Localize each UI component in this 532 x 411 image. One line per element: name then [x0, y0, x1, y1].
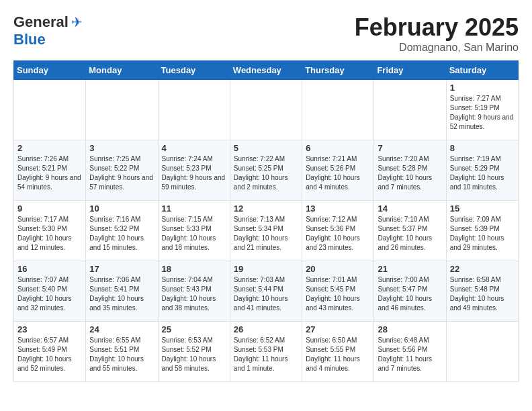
- day-info: Sunrise: 7:19 AMSunset: 5:29 PMDaylight:…: [450, 154, 515, 192]
- day-info: Sunrise: 7:20 AMSunset: 5:28 PMDaylight:…: [378, 154, 442, 192]
- calendar-cell: 18Sunrise: 7:04 AMSunset: 5:43 PMDayligh…: [158, 261, 230, 322]
- calendar-cell: 28Sunrise: 6:48 AMSunset: 5:56 PMDayligh…: [374, 322, 446, 382]
- calendar-cell: 11Sunrise: 7:15 AMSunset: 5:33 PMDayligh…: [158, 201, 230, 261]
- calendar-week-row: 1Sunrise: 7:27 AMSunset: 5:19 PMDaylight…: [14, 80, 519, 140]
- calendar-cell: [302, 80, 374, 140]
- day-info: Sunrise: 7:26 AMSunset: 5:21 PMDaylight:…: [17, 154, 82, 192]
- calendar-week-row: 23Sunrise: 6:57 AMSunset: 5:49 PMDayligh…: [14, 322, 519, 382]
- day-number: 22: [450, 264, 515, 274]
- day-number: 4: [162, 143, 226, 153]
- day-info: Sunrise: 7:27 AMSunset: 5:19 PMDaylight:…: [450, 94, 515, 132]
- day-info: Sunrise: 7:01 AMSunset: 5:45 PMDaylight:…: [306, 275, 370, 313]
- day-info: Sunrise: 7:06 AMSunset: 5:41 PMDaylight:…: [89, 275, 154, 313]
- day-number: 10: [89, 203, 154, 214]
- day-number: 21: [378, 264, 442, 274]
- calendar-cell: [86, 80, 158, 140]
- calendar-cell: 14Sunrise: 7:10 AMSunset: 5:37 PMDayligh…: [374, 201, 446, 261]
- calendar-cell: 24Sunrise: 6:55 AMSunset: 5:51 PMDayligh…: [86, 322, 158, 382]
- calendar-cell: 20Sunrise: 7:01 AMSunset: 5:45 PMDayligh…: [302, 261, 374, 322]
- calendar-week-row: 2Sunrise: 7:26 AMSunset: 5:21 PMDaylight…: [14, 140, 519, 201]
- calendar-cell: 17Sunrise: 7:06 AMSunset: 5:41 PMDayligh…: [86, 261, 158, 322]
- day-number: 12: [234, 203, 298, 214]
- column-header-friday: Friday: [374, 61, 446, 80]
- day-info: Sunrise: 7:25 AMSunset: 5:22 PMDaylight:…: [89, 154, 154, 192]
- day-info: Sunrise: 7:04 AMSunset: 5:43 PMDaylight:…: [162, 275, 226, 313]
- column-header-wednesday: Wednesday: [230, 61, 302, 80]
- day-number: 16: [17, 264, 82, 274]
- logo: General ✈ Blue: [13, 13, 83, 48]
- calendar-cell: 5Sunrise: 7:22 AMSunset: 5:25 PMDaylight…: [230, 140, 302, 201]
- calendar-header-row: SundayMondayTuesdayWednesdayThursdayFrid…: [14, 61, 519, 80]
- calendar-cell: 12Sunrise: 7:13 AMSunset: 5:34 PMDayligh…: [230, 201, 302, 261]
- column-header-sunday: Sunday: [14, 61, 86, 80]
- calendar-cell: [446, 322, 518, 382]
- day-info: Sunrise: 6:57 AMSunset: 5:49 PMDaylight:…: [17, 336, 82, 373]
- day-info: Sunrise: 7:10 AMSunset: 5:37 PMDaylight:…: [378, 215, 442, 253]
- calendar-week-row: 9Sunrise: 7:17 AMSunset: 5:30 PMDaylight…: [14, 201, 519, 261]
- day-number: 2: [17, 143, 82, 153]
- day-number: 1: [450, 83, 515, 93]
- calendar-cell: 22Sunrise: 6:58 AMSunset: 5:48 PMDayligh…: [446, 261, 518, 322]
- day-info: Sunrise: 6:48 AMSunset: 5:56 PMDaylight:…: [378, 336, 442, 373]
- logo-general-text: General: [13, 13, 69, 30]
- day-number: 27: [306, 324, 370, 334]
- calendar-cell: 9Sunrise: 7:17 AMSunset: 5:30 PMDaylight…: [14, 201, 86, 261]
- calendar-table: SundayMondayTuesdayWednesdayThursdayFrid…: [13, 60, 519, 382]
- calendar-cell: [374, 80, 446, 140]
- day-number: 5: [234, 143, 298, 153]
- calendar-cell: [230, 80, 302, 140]
- day-info: Sunrise: 6:58 AMSunset: 5:48 PMDaylight:…: [450, 275, 515, 313]
- day-info: Sunrise: 6:53 AMSunset: 5:52 PMDaylight:…: [162, 336, 226, 373]
- day-number: 9: [17, 203, 82, 214]
- calendar-cell: 19Sunrise: 7:03 AMSunset: 5:44 PMDayligh…: [230, 261, 302, 322]
- month-title: February 2025: [355, 13, 519, 42]
- day-number: 7: [378, 143, 442, 153]
- column-header-tuesday: Tuesday: [158, 61, 230, 80]
- calendar-week-row: 16Sunrise: 7:07 AMSunset: 5:40 PMDayligh…: [14, 261, 519, 322]
- calendar-cell: 2Sunrise: 7:26 AMSunset: 5:21 PMDaylight…: [14, 140, 86, 201]
- column-header-saturday: Saturday: [446, 61, 518, 80]
- calendar-cell: 4Sunrise: 7:24 AMSunset: 5:23 PMDaylight…: [158, 140, 230, 201]
- logo-bird-icon: ✈: [71, 15, 83, 30]
- day-number: 20: [306, 264, 370, 274]
- day-number: 15: [450, 203, 515, 214]
- day-number: 17: [89, 264, 154, 274]
- day-info: Sunrise: 7:15 AMSunset: 5:33 PMDaylight:…: [162, 215, 226, 253]
- day-number: 11: [162, 203, 226, 214]
- calendar-cell: 26Sunrise: 6:52 AMSunset: 5:53 PMDayligh…: [230, 322, 302, 382]
- day-number: 28: [378, 324, 442, 334]
- day-number: 19: [234, 264, 298, 274]
- day-info: Sunrise: 7:07 AMSunset: 5:40 PMDaylight:…: [17, 275, 82, 313]
- calendar-cell: 23Sunrise: 6:57 AMSunset: 5:49 PMDayligh…: [14, 322, 86, 382]
- column-header-monday: Monday: [86, 61, 158, 80]
- day-number: 6: [306, 143, 370, 153]
- page-header: General ✈ Blue February 2025 Domagnano, …: [13, 13, 519, 54]
- column-header-thursday: Thursday: [302, 61, 374, 80]
- day-info: Sunrise: 7:12 AMSunset: 5:36 PMDaylight:…: [306, 215, 370, 253]
- day-number: 26: [234, 324, 298, 334]
- day-info: Sunrise: 7:21 AMSunset: 5:26 PMDaylight:…: [306, 154, 370, 192]
- day-number: 23: [17, 324, 82, 334]
- day-number: 24: [89, 324, 154, 334]
- calendar-cell: 27Sunrise: 6:50 AMSunset: 5:55 PMDayligh…: [302, 322, 374, 382]
- calendar-cell: 8Sunrise: 7:19 AMSunset: 5:29 PMDaylight…: [446, 140, 518, 201]
- day-info: Sunrise: 6:55 AMSunset: 5:51 PMDaylight:…: [89, 336, 154, 373]
- calendar-cell: 15Sunrise: 7:09 AMSunset: 5:39 PMDayligh…: [446, 201, 518, 261]
- day-number: 14: [378, 203, 442, 214]
- calendar-cell: 7Sunrise: 7:20 AMSunset: 5:28 PMDaylight…: [374, 140, 446, 201]
- day-number: 25: [162, 324, 226, 334]
- calendar-cell: 6Sunrise: 7:21 AMSunset: 5:26 PMDaylight…: [302, 140, 374, 201]
- day-info: Sunrise: 6:50 AMSunset: 5:55 PMDaylight:…: [306, 336, 370, 373]
- title-section: February 2025 Domagnano, San Marino: [355, 13, 519, 54]
- day-info: Sunrise: 7:03 AMSunset: 5:44 PMDaylight:…: [234, 275, 298, 313]
- day-number: 8: [450, 143, 515, 153]
- calendar-cell: [14, 80, 86, 140]
- day-info: Sunrise: 7:17 AMSunset: 5:30 PMDaylight:…: [17, 215, 82, 253]
- day-info: Sunrise: 7:00 AMSunset: 5:47 PMDaylight:…: [378, 275, 442, 313]
- day-info: Sunrise: 7:13 AMSunset: 5:34 PMDaylight:…: [234, 215, 298, 253]
- day-info: Sunrise: 6:52 AMSunset: 5:53 PMDaylight:…: [234, 336, 298, 373]
- day-info: Sunrise: 7:22 AMSunset: 5:25 PMDaylight:…: [234, 154, 298, 192]
- day-number: 13: [306, 203, 370, 214]
- calendar-cell: 3Sunrise: 7:25 AMSunset: 5:22 PMDaylight…: [86, 140, 158, 201]
- logo-blue-text: Blue: [13, 31, 46, 48]
